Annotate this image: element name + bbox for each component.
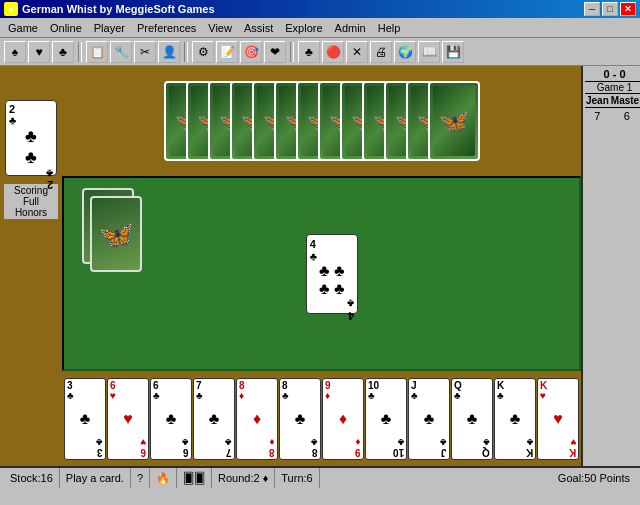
toolbar-btn-5[interactable]: ✂ bbox=[134, 41, 156, 63]
toolbar-btn-17[interactable]: 💾 bbox=[442, 41, 464, 63]
game-container: 2♣ ♣♣ 2♣ Scoring Full Honors 🦋🦋🦋🦋🦋🦋🦋🦋🦋🦋🦋… bbox=[0, 66, 640, 466]
played-card-area: 4♣ ♣ ♣♣ ♣ 4♣ bbox=[306, 234, 358, 314]
toolbar-btn-9[interactable]: 🎯 bbox=[240, 41, 262, 63]
opponent-area: 🦋🦋🦋🦋🦋🦋🦋🦋🦋🦋🦋🦋🦋 bbox=[62, 66, 581, 176]
score-col-player: Jean bbox=[585, 94, 610, 108]
toolbar-separator-7 bbox=[184, 42, 188, 62]
hand-card-rank-top-1: 6♥ bbox=[110, 381, 116, 401]
stock-top-card: 2♣ ♣♣ 2♣ bbox=[5, 100, 57, 176]
hand-card-rank-bot-7: 10♣ bbox=[393, 437, 404, 457]
hand-card-suit-5: ♣ bbox=[295, 410, 306, 428]
hand-card-rank-bot-1: 6♥ bbox=[140, 437, 146, 457]
menu-item-admin[interactable]: Admin bbox=[329, 20, 372, 36]
hand-card-rank-bot-6: 9♦ bbox=[355, 437, 361, 457]
minimize-button[interactable]: ─ bbox=[584, 2, 600, 16]
score-opponent-value: 6 bbox=[610, 108, 640, 125]
toolbar-btn-11[interactable]: ♣ bbox=[298, 41, 320, 63]
close-button[interactable]: ✕ bbox=[620, 2, 636, 16]
status-turn: Turn:6 bbox=[275, 468, 319, 488]
toolbar-btn-8[interactable]: 📝 bbox=[216, 41, 238, 63]
score-header: 0 - 0 bbox=[585, 68, 640, 82]
center-area: 🦋🦋🦋🦋🦋🦋🦋🦋🦋🦋🦋🦋🦋 🦋 🦋 4♣ ♣ ♣♣ ♣ 4♣ bbox=[62, 66, 581, 466]
menu-item-assist[interactable]: Assist bbox=[238, 20, 279, 36]
toolbar-btn-13[interactable]: ✕ bbox=[346, 41, 368, 63]
status-cards: 🂠🂠 bbox=[177, 468, 212, 488]
card-center-pip: ♣♣ bbox=[25, 126, 37, 168]
menu-item-view[interactable]: View bbox=[202, 20, 238, 36]
toolbar-btn-1[interactable]: ♥ bbox=[28, 41, 50, 63]
hand-card-rank-bot-5: 8♣ bbox=[311, 437, 318, 457]
hand-card-suit-7: ♣ bbox=[381, 410, 392, 428]
hand-card-rank-bot-3: 7♣ bbox=[225, 437, 232, 457]
hand-card-suit-8: ♣ bbox=[424, 410, 435, 428]
hand-card-4[interactable]: 8♦ ♦ 8♦ bbox=[236, 378, 278, 460]
menubar: GameOnlinePlayerPreferencesViewAssistExp… bbox=[0, 18, 640, 38]
menu-item-preferences[interactable]: Preferences bbox=[131, 20, 202, 36]
menu-item-explore[interactable]: Explore bbox=[279, 20, 328, 36]
hand-card-rank-top-2: 6♣ bbox=[153, 381, 160, 401]
toolbar-btn-10[interactable]: ❤ bbox=[264, 41, 286, 63]
hand-card-rank-bot-9: Q♣ bbox=[482, 437, 490, 457]
status-goal: Goal:50 Points bbox=[320, 468, 636, 488]
card-rank-bot: 2♣ bbox=[46, 168, 53, 190]
hand-card-rank-top-5: 8♣ bbox=[282, 381, 289, 401]
hand-card-5[interactable]: 8♣ ♣ 8♣ bbox=[279, 378, 321, 460]
hand-card-suit-4: ♦ bbox=[253, 410, 261, 428]
toolbar-btn-6[interactable]: 👤 bbox=[158, 41, 180, 63]
opponent-card-12: 🦋 bbox=[428, 81, 480, 161]
hand-card-8[interactable]: J♣ ♣ J♣ bbox=[408, 378, 450, 460]
hand-card-2[interactable]: 6♣ ♣ 6♣ bbox=[150, 378, 192, 460]
toolbar-btn-0[interactable]: ♠ bbox=[4, 41, 26, 63]
toolbar-separator-11 bbox=[290, 42, 294, 62]
toolbar-btn-4[interactable]: 🔧 bbox=[110, 41, 132, 63]
app-icon: ♠ bbox=[4, 2, 18, 16]
toolbar-btn-15[interactable]: 🌍 bbox=[394, 41, 416, 63]
titlebar-controls: ─ □ ✕ bbox=[584, 2, 636, 16]
toolbar-btn-2[interactable]: ♣ bbox=[52, 41, 74, 63]
hand-card-rank-bot-4: 8♦ bbox=[269, 437, 275, 457]
played-card-pips: ♣ ♣♣ ♣ bbox=[310, 262, 354, 298]
opponent-hand: 🦋🦋🦋🦋🦋🦋🦋🦋🦋🦋🦋🦋🦋 bbox=[132, 76, 512, 166]
hand-card-0[interactable]: 3♣ ♣ 3♣ bbox=[64, 378, 106, 460]
hand-card-suit-3: ♣ bbox=[209, 410, 220, 428]
scoring-line2: Full Honors bbox=[7, 196, 55, 218]
goal-text: Goal:50 Points bbox=[558, 472, 630, 484]
status-stock: Stock:16 bbox=[4, 468, 60, 488]
help-icon[interactable]: ? bbox=[137, 472, 143, 484]
menu-item-game[interactable]: Game bbox=[2, 20, 44, 36]
hand-card-9[interactable]: Q♣ ♣ Q♣ bbox=[451, 378, 493, 460]
hand-card-6[interactable]: 9♦ ♦ 9♦ bbox=[322, 378, 364, 460]
played-card-rank-bot: 4♣ bbox=[347, 298, 354, 322]
status-fire: 🔥 bbox=[150, 468, 177, 488]
hand-card-3[interactable]: 7♣ ♣ 7♣ bbox=[193, 378, 235, 460]
hand-card-7[interactable]: 10♣ ♣ 10♣ bbox=[365, 378, 407, 460]
hand-card-rank-top-11: K♥ bbox=[540, 381, 547, 401]
toolbar-btn-16[interactable]: 📖 bbox=[418, 41, 440, 63]
game-label: Game 1 bbox=[585, 82, 640, 94]
status-help[interactable]: ? bbox=[131, 468, 150, 488]
hand-card-suit-1: ♥ bbox=[123, 410, 133, 428]
menu-item-online[interactable]: Online bbox=[44, 20, 88, 36]
hand-card-rank-top-4: 8♦ bbox=[239, 381, 245, 401]
hand-card-rank-top-0: 3♣ bbox=[67, 381, 74, 401]
hand-card-suit-11: ♥ bbox=[553, 410, 563, 428]
toolbar-btn-7[interactable]: ⚙ bbox=[192, 41, 214, 63]
menu-item-help[interactable]: Help bbox=[372, 20, 407, 36]
stock-label: Stock:16 bbox=[10, 472, 53, 484]
hand-card-suit-10: ♣ bbox=[510, 410, 521, 428]
status-round: Round:2 ♦ bbox=[212, 468, 275, 488]
maximize-button[interactable]: □ bbox=[602, 2, 618, 16]
played-4c: 4♣ ♣ ♣♣ ♣ 4♣ bbox=[306, 234, 358, 314]
hand-card-11[interactable]: K♥ ♥ K♥ bbox=[537, 378, 579, 460]
hand-card-rank-top-6: 9♦ bbox=[325, 381, 331, 401]
menu-item-player[interactable]: Player bbox=[88, 20, 131, 36]
left-panel: 2♣ ♣♣ 2♣ Scoring Full Honors bbox=[0, 66, 62, 466]
hand-card-10[interactable]: K♣ ♣ K♣ bbox=[494, 378, 536, 460]
hand-card-suit-6: ♦ bbox=[339, 410, 347, 428]
toolbar-btn-12[interactable]: 🔴 bbox=[322, 41, 344, 63]
toolbar-btn-14[interactable]: 🖨 bbox=[370, 41, 392, 63]
toolbar-btn-3[interactable]: 📋 bbox=[86, 41, 108, 63]
felt-area: 🦋 🦋 4♣ ♣ ♣♣ ♣ 4♣ bbox=[62, 176, 581, 371]
hand-card-1[interactable]: 6♥ ♥ 6♥ bbox=[107, 378, 149, 460]
toolbar-separator-3 bbox=[78, 42, 82, 62]
